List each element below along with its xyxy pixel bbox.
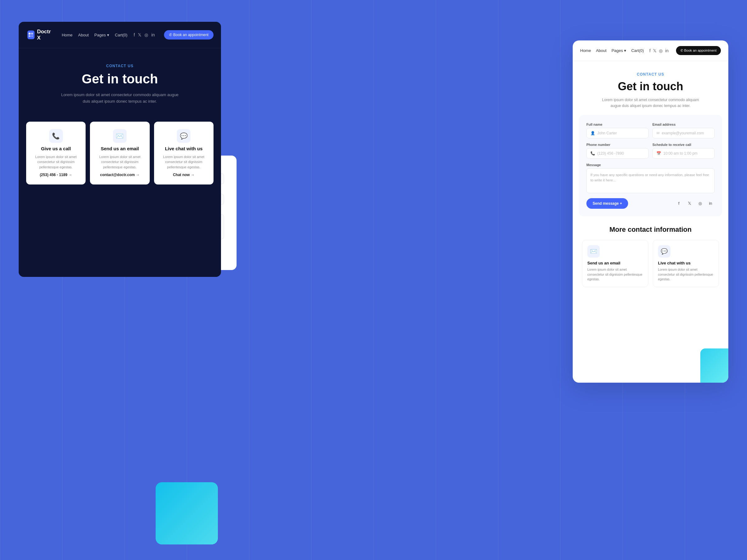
svg-rect-1 xyxy=(31,33,33,34)
email-icon: ✉️ xyxy=(113,129,127,143)
linkedin-icon[interactable]: in xyxy=(151,32,155,37)
email-card-title: Send us an email xyxy=(101,146,139,151)
hero-desc-white: Lorem ipsum dolor sit amet consectetur c… xyxy=(598,97,703,109)
facebook-icon-white[interactable]: f xyxy=(649,48,650,53)
white-full-name-input[interactable]: 👤 John Carter xyxy=(586,128,649,138)
white-email-value: example@youremail.com xyxy=(662,131,704,135)
more-email-card: ✉️ Send us an email Lorem ipsum dolor si… xyxy=(582,240,648,287)
user-icon-white: 👤 xyxy=(590,131,595,135)
more-contact-cards: ✉️ Send us an email Lorem ipsum dolor si… xyxy=(582,240,719,287)
white-full-name-value: John Carter xyxy=(597,131,617,135)
twitter-icon[interactable]: 𝕏 xyxy=(138,32,141,37)
more-chat-card: 💬 Live chat with us Lorem ipsum dolor si… xyxy=(653,240,719,287)
dark-nav-links: Home About Pages ▾ Cart(0) xyxy=(61,33,127,37)
instagram-icon-white[interactable]: ◎ xyxy=(659,48,663,53)
book-appointment-button-white[interactable]: ✆ Book an appointment xyxy=(676,46,721,55)
white-email-input[interactable]: ✉ example@youremail.com xyxy=(652,128,715,138)
white-message-group: Message If you have any specific questio… xyxy=(586,163,715,193)
dark-hero: CONTACT US Get in touch Lorem ipsum dolo… xyxy=(19,48,221,114)
more-chat-desc: Lorem ipsum dolor sit amet consectetur s… xyxy=(658,267,714,282)
call-card-desc: Lorem ipsum dolor sit amet consectetur s… xyxy=(31,154,81,170)
logo-text: Doctr X xyxy=(37,29,52,41)
contact-cards-row: 📞 Give us a call Lorem ipsum dolor sit a… xyxy=(19,114,221,192)
dark-card: Doctr X Home About Pages ▾ Cart(0) f 𝕏 ◎… xyxy=(19,22,221,277)
linkedin-icon-white[interactable]: in xyxy=(665,48,669,53)
white-phone-group: Phone number 📞 (123) 456 -7890 xyxy=(586,143,649,159)
white-phone-label: Phone number xyxy=(586,143,649,146)
white-form-actions: Send message + f 𝕏 ◎ in xyxy=(586,198,715,209)
white-phone-value: (123) 456 -7890 xyxy=(597,151,624,156)
more-email-icon: ✉️ xyxy=(587,245,600,258)
email-card-link[interactable]: contact@doctr.com → xyxy=(100,173,139,177)
teal-decoration xyxy=(156,482,218,544)
linkedin-icon-form[interactable]: in xyxy=(706,199,715,208)
phone-icon-white: 📞 xyxy=(590,151,595,156)
instagram-icon-form[interactable]: ◎ xyxy=(696,199,704,208)
white-nav: Home About Pages ▾ Cart(0) f 𝕏 ◎ in ✆ Bo… xyxy=(573,41,728,61)
twitter-icon-form[interactable]: 𝕏 xyxy=(686,199,693,208)
logo[interactable]: Doctr X xyxy=(27,29,52,41)
hero-desc-dark: Lorem ipsum dolor sit amet consectetur c… xyxy=(58,92,182,105)
hero-title-white: Get in touch xyxy=(582,80,719,93)
call-card: 📞 Give us a call Lorem ipsum dolor sit a… xyxy=(26,122,85,185)
facebook-icon-form[interactable]: f xyxy=(675,199,683,208)
white-hero: CONTACT US Get in touch Lorem ipsum dolo… xyxy=(573,61,728,115)
white-email-label: Email address xyxy=(652,123,715,126)
nav-cart-white[interactable]: Cart(0) xyxy=(631,48,644,53)
white-nav-icons: f 𝕏 ◎ in xyxy=(649,48,669,53)
phone-icon: 📞 xyxy=(49,129,63,143)
chat-card-link[interactable]: Chat now → xyxy=(173,173,195,177)
svg-rect-2 xyxy=(29,35,30,37)
instagram-icon[interactable]: ◎ xyxy=(145,32,148,37)
nav-about-white[interactable]: About xyxy=(596,48,607,53)
white-schedule-group: Schedule to receive call 📅 10:00 am to 1… xyxy=(652,143,715,159)
dark-nav: Doctr X Home About Pages ▾ Cart(0) f 𝕏 ◎… xyxy=(19,22,221,48)
contact-label-dark: CONTACT US xyxy=(27,64,212,68)
twitter-icon-white[interactable]: 𝕏 xyxy=(653,48,656,53)
nav-home-white[interactable]: Home xyxy=(580,48,591,53)
call-card-title: Give us a call xyxy=(41,146,71,151)
nav-pages-dark[interactable]: Pages ▾ xyxy=(94,33,109,37)
chat-icon: 💬 xyxy=(177,129,190,143)
white-full-name-group: Full name 👤 John Carter xyxy=(586,123,649,138)
nav-pages-white[interactable]: Pages ▾ xyxy=(612,48,626,53)
white-card: Home About Pages ▾ Cart(0) f 𝕏 ◎ in ✆ Bo… xyxy=(573,41,728,383)
white-send-button[interactable]: Send message + xyxy=(586,198,628,209)
more-email-desc: Lorem ipsum dolor sit amet consectetur s… xyxy=(587,267,643,282)
chat-card-desc: Lorem ipsum dolor sit amet consectetur s… xyxy=(159,154,209,170)
nav-home-dark[interactable]: Home xyxy=(61,33,73,37)
white-message-textarea[interactable]: If you have any specific questions or ne… xyxy=(586,168,715,193)
svg-rect-3 xyxy=(31,35,33,37)
nav-cart-dark[interactable]: Cart(0) xyxy=(115,33,127,37)
facebook-icon[interactable]: f xyxy=(133,32,135,37)
nav-about-dark[interactable]: About xyxy=(78,33,89,37)
call-card-link[interactable]: (253) 456 - 1189 → xyxy=(40,173,72,177)
book-appointment-button-dark[interactable]: ✆ Book an appointment xyxy=(164,30,213,39)
white-full-name-label: Full name xyxy=(586,123,649,126)
white-social-icons: f 𝕏 ◎ in xyxy=(675,199,715,208)
more-email-title: Send us an email xyxy=(587,261,643,265)
chat-card: 💬 Live chat with us Lorem ipsum dolor si… xyxy=(154,122,213,185)
white-form-row-1: Full name 👤 John Carter Email address ✉ … xyxy=(586,123,715,138)
logo-icon xyxy=(27,30,34,39)
contact-label-white: CONTACT US xyxy=(582,72,719,77)
email-card-desc: Lorem ipsum dolor sit amet consectetur s… xyxy=(95,154,145,170)
svg-rect-0 xyxy=(29,33,30,34)
white-nav-links: Home About Pages ▾ Cart(0) xyxy=(580,48,644,53)
white-schedule-label: Schedule to receive call xyxy=(652,143,715,146)
hero-title-dark: Get in touch xyxy=(27,72,212,86)
white-email-group: Email address ✉ example@youremail.com xyxy=(652,123,715,138)
white-contact-form: Full name 👤 John Carter Email address ✉ … xyxy=(579,115,722,216)
white-form-row-2: Phone number 📞 (123) 456 -7890 Schedule … xyxy=(586,143,715,159)
email-icon-white: ✉ xyxy=(656,131,660,135)
teal-accent-card xyxy=(700,348,728,383)
more-contact-section: More contact information ✉️ Send us an e… xyxy=(573,216,728,293)
dark-nav-icons: f 𝕏 ◎ in xyxy=(133,32,155,37)
white-phone-input[interactable]: 📞 (123) 456 -7890 xyxy=(586,148,649,159)
calendar-icon-white: 📅 xyxy=(656,151,661,156)
more-chat-icon: 💬 xyxy=(658,245,670,258)
more-contact-title: More contact information xyxy=(582,225,719,234)
white-message-label: Message xyxy=(586,163,715,167)
white-schedule-input[interactable]: 📅 10:00 am to 1:00 pm xyxy=(652,148,715,159)
white-schedule-value: 10:00 am to 1:00 pm xyxy=(663,151,697,156)
